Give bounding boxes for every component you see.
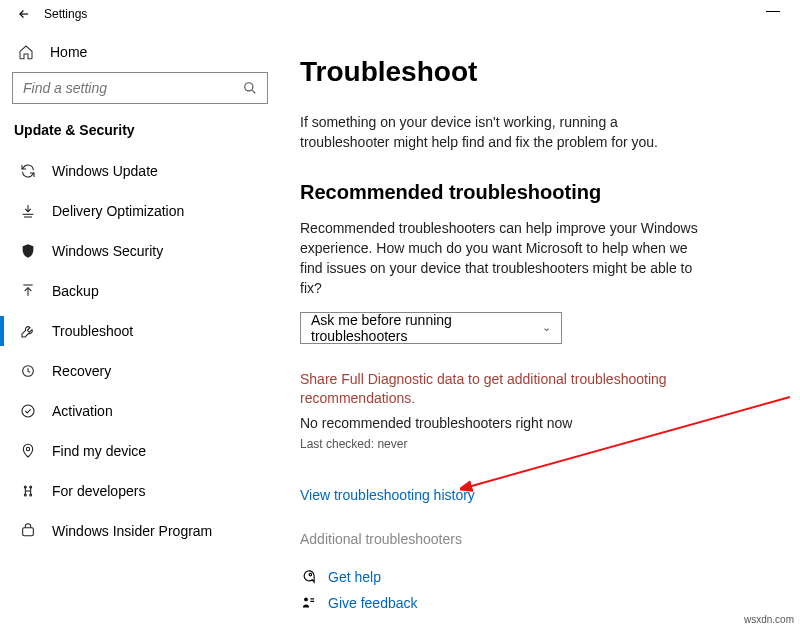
sidebar-item-label: Troubleshoot [52,323,133,339]
give-feedback-label: Give feedback [328,595,418,611]
search-box[interactable] [12,72,268,104]
sidebar-item-backup[interactable]: Backup [12,272,268,310]
page-title: Troubleshoot [300,56,768,88]
troubleshoot-icon [18,323,38,339]
recommended-heading: Recommended troubleshooting [300,181,768,204]
sidebar-item-label: Windows Security [52,243,163,259]
help-icon [300,569,316,584]
troubleshoot-preference-dropdown[interactable]: Ask me before running troubleshooters ⌄ [300,312,562,344]
home-icon [16,44,36,60]
main-content: Troubleshoot If something on your device… [280,28,800,629]
sidebar-item-insider-program[interactable]: Windows Insider Program [12,512,268,550]
developers-icon [18,483,38,499]
intro-text: If something on your device isn't workin… [300,112,700,153]
svg-point-9 [309,574,312,577]
history-link[interactable]: View troubleshooting history [300,487,768,503]
sidebar-item-recovery[interactable]: Recovery [12,352,268,390]
sidebar-item-label: Backup [52,283,99,299]
search-input[interactable] [23,80,243,96]
sidebar-item-windows-security[interactable]: Windows Security [12,232,268,270]
give-feedback-link[interactable]: Give feedback [300,595,768,611]
sidebar-item-troubleshoot[interactable]: Troubleshoot [12,312,268,350]
home-label: Home [50,44,87,60]
sync-icon [18,163,38,179]
shield-icon [18,243,38,259]
insider-icon [18,523,38,539]
section-header: Update & Security [14,122,268,138]
sidebar-item-label: Windows Insider Program [52,523,212,539]
svg-point-10 [304,598,308,602]
no-troubleshooters-text: No recommended troubleshooters right now [300,415,768,431]
sidebar-item-windows-update[interactable]: Windows Update [12,152,268,190]
sidebar-item-activation[interactable]: Activation [12,392,268,430]
watermark: wsxdn.com [744,614,794,625]
svg-rect-8 [23,528,34,536]
backup-icon [18,283,38,299]
svg-point-2 [22,405,34,417]
additional-troubleshooters-link[interactable]: Additional troubleshooters [300,531,768,547]
nav-list: Windows Update Delivery Optimization Win… [12,152,268,550]
sidebar-item-for-developers[interactable]: For developers [12,472,268,510]
recommended-body: Recommended troubleshooters can help imp… [300,218,700,299]
last-checked-text: Last checked: never [300,437,768,451]
search-icon [243,81,257,95]
diagnostic-data-link[interactable]: Share Full Diagnostic data to get additi… [300,370,700,409]
back-button[interactable] [10,0,38,28]
minimize-button[interactable]: — [766,2,780,18]
sidebar-item-label: Find my device [52,443,146,459]
feedback-icon [300,595,316,610]
location-icon [18,443,38,459]
activation-icon [18,403,38,419]
sidebar-item-label: Windows Update [52,163,158,179]
home-nav[interactable]: Home [12,36,268,72]
window-title: Settings [44,7,87,21]
sidebar-item-label: Recovery [52,363,111,379]
get-help-label: Get help [328,569,381,585]
svg-point-0 [245,83,253,91]
get-help-link[interactable]: Get help [300,569,768,585]
delivery-icon [18,203,38,219]
sidebar-item-label: Delivery Optimization [52,203,184,219]
sidebar-item-delivery-optimization[interactable]: Delivery Optimization [12,192,268,230]
svg-point-3 [26,447,29,450]
sidebar-item-label: For developers [52,483,145,499]
sidebar-item-find-my-device[interactable]: Find my device [12,432,268,470]
chevron-down-icon: ⌄ [542,321,551,334]
dropdown-value: Ask me before running troubleshooters [311,312,542,344]
sidebar-item-label: Activation [52,403,113,419]
recovery-icon [18,363,38,379]
sidebar: Home Update & Security Windows Update De… [0,28,280,629]
